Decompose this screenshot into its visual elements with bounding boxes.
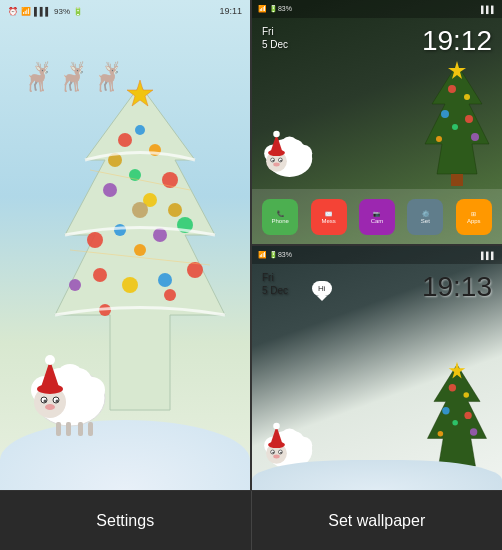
svg-point-75	[452, 420, 458, 426]
time-top: 19:12	[422, 25, 492, 57]
left-time: 19:11	[219, 6, 242, 16]
alarm-icon: ⏰	[8, 7, 18, 16]
wifi-icon: 📶	[21, 7, 31, 16]
settings-app-icon[interactable]: ⚙️ Set	[407, 199, 443, 235]
svg-point-47	[464, 94, 470, 100]
svg-point-35	[45, 355, 55, 365]
app-dock: 📞 Phone ✉️ Mess 📷 Cam ⚙️ Set	[252, 189, 502, 244]
svg-point-25	[164, 289, 176, 301]
svg-point-46	[448, 85, 456, 93]
svg-point-51	[436, 136, 442, 142]
svg-point-93	[280, 452, 282, 454]
left-phone: ⏰ 📶 ▌▌▌ 93% 🔋 19:11 🦌🦌🦌	[0, 0, 250, 490]
svg-point-71	[449, 384, 456, 391]
svg-point-20	[168, 203, 182, 217]
svg-point-12	[134, 244, 146, 256]
svg-rect-54	[451, 174, 463, 186]
svg-point-94	[273, 455, 280, 459]
svg-point-74	[464, 412, 471, 419]
preview-area: ⏰ 📶 ▌▌▌ 93% 🔋 19:11 🦌🦌🦌	[0, 0, 502, 490]
app-container: ⏰ 📶 ▌▌▌ 93% 🔋 19:11 🦌🦌🦌	[0, 0, 502, 550]
svg-rect-42	[66, 422, 71, 436]
settings-app-label: Set	[421, 218, 430, 224]
apps-icon[interactable]: ⊞ Apps	[456, 199, 492, 235]
camera-app-label: Cam	[371, 218, 384, 224]
right-phone-top: 📶 🔋83% ▌▌▌ Fri 5 Dec 19:12	[250, 0, 502, 246]
phone-app-label: Phone	[272, 218, 289, 224]
svg-point-10	[153, 228, 167, 242]
svg-rect-44	[88, 422, 93, 436]
messaging-app-label: Mess	[321, 218, 335, 224]
date-bottom: Fri 5 Dec	[262, 271, 288, 297]
svg-point-3	[135, 125, 145, 135]
tree-right-top	[417, 59, 497, 189]
svg-point-73	[442, 407, 449, 414]
charge-icon: 🔋	[73, 7, 83, 16]
svg-point-89	[273, 423, 280, 430]
status-bar-left: ⏰ 📶 ▌▌▌ 93% 🔋 19:11	[0, 0, 250, 22]
status-bar-right-top: 📶 🔋83% ▌▌▌	[252, 0, 502, 18]
svg-point-4	[103, 183, 117, 197]
time-bottom: 19:13	[422, 271, 492, 303]
svg-point-1	[118, 133, 132, 147]
svg-point-9	[114, 224, 126, 236]
status-bar-right-bottom: 📶 🔋83% ▌▌▌	[252, 246, 502, 264]
svg-marker-45	[425, 64, 489, 174]
svg-point-48	[441, 110, 449, 118]
svg-point-39	[56, 400, 59, 403]
svg-point-17	[69, 279, 81, 291]
bottom-bar: Settings Set wallpaper	[0, 490, 502, 550]
speech-bubble: Hi	[312, 281, 332, 296]
svg-marker-70	[427, 365, 486, 467]
svg-rect-41	[56, 422, 61, 436]
svg-point-50	[452, 124, 458, 130]
right-bottom-status-icons: 📶 🔋83%	[258, 251, 292, 259]
date-top: Fri 5 Dec	[262, 25, 288, 51]
right-phone-bottom: 📶 🔋83% ▌▌▌ Fri 5 Dec 19:13	[250, 246, 502, 490]
svg-point-77	[470, 428, 477, 435]
sheep-right-top	[257, 121, 322, 186]
camera-app-icon[interactable]: 📷 Cam	[359, 199, 395, 235]
right-bottom-signal: ▌▌▌	[481, 252, 496, 259]
apps-label: Apps	[467, 218, 481, 224]
phone-app-icon[interactable]: 📞 Phone	[262, 199, 298, 235]
svg-point-14	[122, 277, 138, 293]
svg-point-49	[465, 115, 473, 123]
set-wallpaper-button[interactable]: Set wallpaper	[252, 491, 503, 550]
svg-point-76	[438, 431, 444, 437]
svg-point-64	[273, 131, 280, 138]
svg-point-67	[272, 160, 274, 162]
right-phones: 📶 🔋83% ▌▌▌ Fri 5 Dec 19:12	[250, 0, 502, 490]
svg-point-21	[132, 202, 148, 218]
signal-icon: ▌▌▌	[34, 7, 51, 16]
svg-point-15	[158, 273, 172, 287]
svg-point-72	[463, 392, 469, 398]
svg-point-38	[44, 400, 47, 403]
snow-ground-right	[252, 460, 502, 490]
svg-point-40	[45, 404, 55, 410]
svg-rect-43	[78, 422, 83, 436]
battery-text: 93%	[54, 7, 70, 16]
messaging-app-icon[interactable]: ✉️ Mess	[311, 199, 347, 235]
right-top-signal: ▌▌▌	[481, 6, 496, 13]
svg-point-13	[93, 268, 107, 282]
left-status-icons: ⏰ 📶 ▌▌▌ 93% 🔋	[8, 7, 83, 16]
svg-point-68	[280, 160, 282, 162]
svg-point-8	[87, 232, 103, 248]
sheep-left	[20, 340, 120, 440]
svg-point-92	[272, 452, 274, 454]
right-top-status-icons: 📶 🔋83%	[258, 5, 292, 13]
settings-button[interactable]: Settings	[0, 491, 252, 550]
svg-point-69	[273, 163, 280, 167]
svg-point-52	[471, 133, 479, 141]
